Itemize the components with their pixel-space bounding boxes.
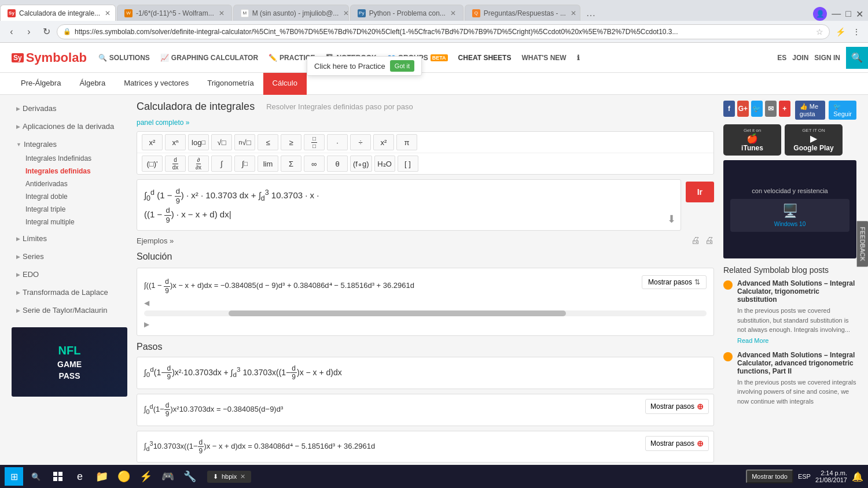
googleplus-btn[interactable]: G+	[737, 101, 749, 117]
horizontal-scrollbar[interactable]	[144, 310, 707, 316]
math-btn-x2[interactable]: x²	[142, 134, 163, 150]
itunes-badge[interactable]: Get it on 🍎 iTunes	[723, 124, 781, 156]
address-bar[interactable]: 🔒 https://es.symbolab.com/solver/definit…	[57, 24, 830, 39]
sub-nav-algebra[interactable]: Álgebra	[70, 73, 115, 95]
math-btn-frac[interactable]: □□	[304, 134, 325, 150]
math-btn-log[interactable]: log□	[188, 134, 209, 150]
math-btn-leq[interactable]: ≤	[258, 134, 278, 150]
sidebar-title-series[interactable]: Series	[12, 249, 127, 264]
sidebar-title-aplicaciones[interactable]: Aplicaciones de la derivada	[12, 119, 127, 134]
sidebar-item-antiderivadas[interactable]: Antiderivadas	[21, 178, 127, 190]
tab-1[interactable]: Sy Calculadora de integrale... ✕	[0, 5, 116, 21]
print-icon[interactable]: 🖨	[705, 235, 714, 246]
nav-info[interactable]: ℹ	[577, 54, 580, 62]
header-search-button[interactable]: 🔍	[846, 47, 868, 69]
math-btn-x2b[interactable]: x²	[373, 134, 394, 150]
sidebar-title-integrales[interactable]: Integrales	[12, 136, 127, 152]
math-btn-div[interactable]: ÷	[350, 134, 371, 150]
twitter-btn[interactable]: 🐦	[751, 101, 763, 117]
browser-user-icon[interactable]: 👤	[813, 7, 827, 21]
show-all-button[interactable]: Mostrar todo	[746, 469, 793, 483]
scroll-left-arrow[interactable]: ◀	[144, 299, 149, 307]
math-btn-geq[interactable]: ≥	[281, 134, 301, 150]
signin-button[interactable]: SIGN IN	[814, 54, 840, 62]
sidebar-item-multiple[interactable]: Integral multiple	[21, 216, 127, 228]
nav-whatsnew[interactable]: WHAT'S NEW	[521, 54, 566, 62]
math-btn-matrix[interactable]: [ ]	[398, 156, 418, 172]
sidebar-title-derivadas[interactable]: Derivadas	[12, 101, 127, 116]
math-btn-theta[interactable]: θ	[327, 156, 348, 172]
tab-close-4[interactable]: ✕	[450, 9, 456, 17]
sidebar-item-doble[interactable]: Integral doble	[21, 190, 127, 203]
tab-close-1[interactable]: ✕	[105, 9, 111, 17]
sub-nav-matrices[interactable]: Matrices y vectores	[115, 73, 198, 95]
taskbar-taskview[interactable]	[49, 467, 67, 486]
panel-link[interactable]: panel completo »	[137, 119, 714, 127]
sub-nav-calc[interactable]: Cálculo	[263, 73, 307, 95]
tab-close-3[interactable]: ✕	[343, 9, 348, 17]
taskbar-app2[interactable]: 🎮	[159, 467, 177, 486]
show-steps-button[interactable]: Mostrar pasos ⇅	[642, 275, 707, 289]
taskbar-app3[interactable]: 🔧	[181, 467, 199, 486]
tab-4[interactable]: Py Python - Problema con... ✕	[350, 5, 464, 21]
nav-cheatsheets[interactable]: CHEAT SHEETS	[458, 54, 512, 62]
back-button[interactable]: ‹	[5, 25, 19, 39]
join-button[interactable]: JOIN	[792, 54, 808, 62]
tab-close-2[interactable]: ✕	[219, 9, 225, 17]
download-icon[interactable]: ⬇	[667, 213, 676, 225]
extensions-btn[interactable]: ⚡	[833, 25, 847, 39]
tab-3[interactable]: M M (sin asunto) - jmjuliob@... ✕	[233, 5, 349, 21]
email-btn[interactable]: ✉	[765, 101, 777, 117]
blog-post-title-2[interactable]: Advanced Math Solutions – Integral Calcu…	[737, 351, 856, 375]
math-btn-compose[interactable]: (f∘g)	[350, 156, 372, 172]
fb-like-btn[interactable]: 👍 Me gusta	[795, 101, 825, 120]
tab-more-icon[interactable]: ⋯	[582, 10, 600, 21]
taskbar-app1[interactable]: ⚡	[137, 467, 155, 486]
nav-solutions[interactable]: 🔍 SOLUTIONS	[98, 54, 150, 62]
sidebar-item-definidas[interactable]: Integrales definidas	[21, 165, 127, 178]
tab-2[interactable]: W -1/6*(d-11)^5 - Wolfram... ✕	[117, 5, 232, 21]
reload-button[interactable]: ↻	[39, 25, 53, 39]
math-input-container[interactable]: ∫0d (1 − d9) · x² · 10.3703 dx + ∫d3 10.…	[137, 179, 681, 231]
taskbar-edge[interactable]: e	[71, 467, 89, 486]
math-btn-pi[interactable]: π	[396, 134, 417, 150]
star-icon[interactable]: ☆	[816, 27, 823, 36]
taskbar-explorer[interactable]: 📁	[93, 467, 111, 486]
sidebar-title-limites[interactable]: Límites	[12, 231, 127, 246]
gplay-badge[interactable]: GET IT ON ▶ Google Play	[785, 124, 843, 156]
blog-post-title-1[interactable]: Advanced Math Solutions – Integral Calcu…	[737, 279, 856, 304]
facebook-btn[interactable]: f	[723, 101, 735, 117]
math-btn-ddx[interactable]: ddx	[165, 156, 186, 172]
taskbar-notification-icon[interactable]: 🔔	[852, 471, 863, 482]
sidebar-title-edo[interactable]: EDO	[12, 267, 127, 282]
mostrar-pasos-btn-1[interactable]: Mostrar pasos ⊕	[645, 399, 709, 414]
minimize-btn[interactable]: —	[832, 9, 841, 19]
forward-button[interactable]: ›	[22, 25, 36, 39]
go-button[interactable]: Ir	[686, 182, 714, 202]
math-btn-dot[interactable]: ·	[327, 134, 348, 150]
lang-button[interactable]: ES	[777, 54, 786, 62]
sidebar-title-taylor[interactable]: Serie de Taylor/Maclaurin	[12, 302, 127, 318]
feedback-tab[interactable]: FEEDBACK	[856, 221, 868, 267]
math-btn-nsqrt[interactable]: n√□	[234, 134, 255, 150]
math-btn-sum[interactable]: Σ	[281, 156, 301, 172]
mostrar-pasos-btn-2[interactable]: Mostrar pasos ⊕	[645, 436, 709, 451]
sub-nav-prealgebra[interactable]: Pre-Álgebra	[12, 73, 70, 95]
math-btn-integral[interactable]: ∫	[211, 156, 232, 172]
tw-follow-btn[interactable]: 🐦 Seguir	[829, 101, 856, 120]
math-btn-def-integral[interactable]: ∫□	[234, 156, 255, 172]
plus-btn[interactable]: +	[779, 101, 790, 117]
math-btn-partial[interactable]: ∂∂x	[188, 156, 209, 172]
tab-close-5[interactable]: ✕	[571, 9, 576, 17]
math-btn-inf[interactable]: ∞	[304, 156, 325, 172]
sidebar-title-laplace[interactable]: Transformada de Laplace	[12, 284, 127, 300]
close-btn[interactable]: ✕	[856, 9, 863, 20]
sub-nav-trig[interactable]: Trigonometría	[198, 73, 263, 95]
close-notification-icon[interactable]: ✕	[240, 473, 245, 480]
sidebar-item-indefinidas[interactable]: Integrales Indefinidas	[21, 152, 127, 165]
math-btn-sqrt[interactable]: √□	[211, 134, 232, 150]
read-more-link-1[interactable]: Read More	[737, 337, 856, 344]
sidebar-item-triple[interactable]: Integral triple	[21, 203, 127, 216]
start-button[interactable]: ⊞	[5, 467, 23, 486]
got-it-button[interactable]: Got it	[390, 60, 414, 72]
